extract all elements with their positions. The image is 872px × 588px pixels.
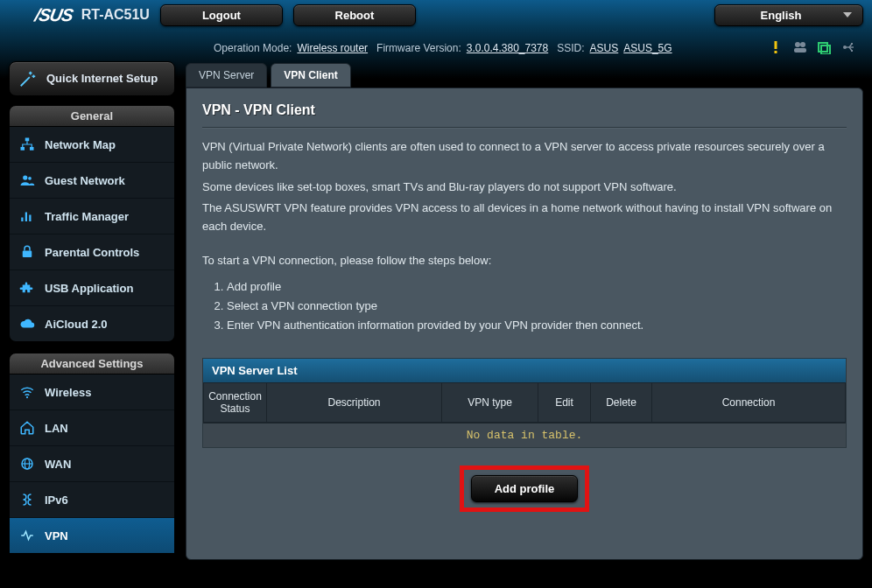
svg-point-3 bbox=[800, 42, 805, 47]
logout-button[interactable]: Logout bbox=[160, 4, 283, 26]
network-map-icon bbox=[18, 136, 36, 153]
menu-advanced: Wireless LAN WAN IPv6 VPN bbox=[9, 374, 175, 554]
svg-rect-12 bbox=[21, 147, 25, 150]
sidebar-item-label: Guest Network bbox=[45, 174, 125, 187]
desc-p3: The ASUSWRT VPN feature provides VPN acc… bbox=[202, 200, 847, 236]
home-icon bbox=[18, 419, 36, 437]
sidebar-item-label: USB Application bbox=[45, 282, 133, 295]
guest-network-icon bbox=[18, 172, 36, 189]
col-delete: Delete bbox=[591, 383, 652, 423]
language-select[interactable]: English bbox=[714, 4, 863, 26]
col-description: Description bbox=[267, 383, 442, 423]
col-connection-status: Connection Status bbox=[204, 383, 267, 423]
opmode-link[interactable]: Wireless router bbox=[297, 42, 368, 54]
divider bbox=[202, 127, 847, 128]
col-edit: Edit bbox=[538, 383, 591, 423]
step-item: Enter VPN authentication information pro… bbox=[227, 316, 847, 335]
tab-vpn-server[interactable]: VPN Server bbox=[186, 63, 267, 88]
quick-setup-label: Quick Internet Setup bbox=[46, 73, 158, 86]
desc-p1: VPN (Virtual Private Network) clients ar… bbox=[202, 138, 847, 175]
ssid-label: SSID: bbox=[557, 42, 584, 54]
steps-list: Add profile Select a VPN connection type… bbox=[227, 277, 847, 335]
reboot-button[interactable]: Reboot bbox=[293, 4, 416, 26]
section-advanced-title: Advanced Settings bbox=[9, 353, 175, 374]
cloud-icon bbox=[18, 315, 36, 332]
fw-label: Firmware Version: bbox=[376, 42, 461, 54]
status-bar: Operation Mode: Wireless router Firmware… bbox=[0, 30, 872, 60]
svg-rect-0 bbox=[775, 41, 777, 49]
usb-status-icon[interactable] bbox=[818, 40, 832, 54]
svg-point-2 bbox=[795, 42, 800, 47]
globe-icon bbox=[18, 455, 36, 472]
sidebar-item-label: Network Map bbox=[45, 138, 116, 151]
steps-intro: To start a VPN connection, please follow… bbox=[202, 254, 847, 267]
sidebar-item-lan[interactable]: LAN bbox=[10, 410, 174, 446]
highlight-box: Add profile bbox=[460, 466, 590, 512]
sidebar-item-vpn[interactable]: VPN bbox=[10, 518, 174, 553]
table-empty-message: No data in table. bbox=[203, 423, 846, 447]
add-profile-button[interactable]: Add profile bbox=[471, 475, 579, 502]
clients-icon[interactable] bbox=[793, 40, 807, 54]
description: VPN (Virtual Private Network) clients ar… bbox=[202, 138, 847, 236]
svg-rect-11 bbox=[25, 138, 30, 142]
brand-logo: /SUS bbox=[33, 5, 74, 25]
svg-rect-6 bbox=[821, 46, 830, 54]
vpn-server-list: VPN Server List Connection Status Descri… bbox=[202, 358, 847, 448]
sidebar-item-network-map[interactable]: Network Map bbox=[10, 127, 174, 163]
lock-icon bbox=[18, 243, 36, 261]
sidebar-item-label: VPN bbox=[45, 529, 68, 542]
svg-point-15 bbox=[28, 177, 32, 180]
alert-icon[interactable] bbox=[769, 40, 783, 54]
ssid-link-2[interactable]: ASUS_5G bbox=[623, 42, 672, 54]
wifi-icon bbox=[18, 383, 36, 401]
usb-icon[interactable] bbox=[842, 40, 856, 54]
sidebar-item-ipv6[interactable]: IPv6 bbox=[10, 482, 174, 518]
brand: /SUS RT-AC51U bbox=[35, 5, 150, 25]
ipv6-icon bbox=[18, 491, 36, 508]
sidebar-item-label: Wireless bbox=[45, 386, 91, 399]
sidebar-item-wan[interactable]: WAN bbox=[10, 446, 174, 482]
vpn-table: Connection Status Description VPN type E… bbox=[203, 382, 846, 423]
sidebar-item-aicloud[interactable]: AiCloud 2.0 bbox=[10, 306, 174, 341]
svg-rect-16 bbox=[23, 251, 32, 258]
col-vpn-type: VPN type bbox=[442, 383, 538, 423]
svg-point-14 bbox=[23, 175, 27, 179]
sidebar-item-label: IPv6 bbox=[45, 494, 68, 507]
puzzle-icon bbox=[18, 279, 36, 297]
quick-internet-setup-button[interactable]: Quick Internet Setup bbox=[9, 61, 175, 96]
sidebar-item-wireless[interactable]: Wireless bbox=[10, 374, 174, 410]
desc-p2: Some devices like set-top boxes, smart T… bbox=[202, 178, 847, 197]
sidebar-item-usb-application[interactable]: USB Application bbox=[10, 270, 174, 306]
sidebar-item-label: Traffic Manager bbox=[45, 210, 129, 223]
col-connection: Connection bbox=[652, 383, 846, 423]
tab-vpn-client[interactable]: VPN Client bbox=[271, 63, 350, 88]
vpn-icon bbox=[18, 527, 36, 544]
sidebar-item-label: LAN bbox=[45, 422, 68, 435]
tabs: VPN Server VPN Client bbox=[186, 63, 863, 88]
brand-model: RT-AC51U bbox=[81, 7, 150, 23]
wand-icon bbox=[18, 69, 38, 88]
sidebar-item-label: WAN bbox=[45, 458, 71, 471]
sidebar-item-traffic-manager[interactable]: Traffic Manager bbox=[10, 199, 174, 234]
menu-general: Network Map Guest Network Traffic Manage… bbox=[9, 127, 175, 342]
step-item: Add profile bbox=[227, 277, 847, 297]
sidebar-item-guest-network[interactable]: Guest Network bbox=[10, 163, 174, 199]
page-title: VPN - VPN Client bbox=[202, 102, 847, 118]
svg-rect-5 bbox=[819, 43, 827, 52]
step-item: Select a VPN connection type bbox=[227, 297, 847, 316]
ssid-link-1[interactable]: ASUS bbox=[590, 42, 619, 54]
svg-rect-13 bbox=[30, 147, 34, 150]
svg-rect-1 bbox=[775, 51, 777, 53]
traffic-manager-icon bbox=[18, 207, 36, 225]
svg-rect-4 bbox=[794, 48, 806, 52]
svg-point-17 bbox=[26, 396, 28, 398]
chevron-down-icon bbox=[843, 12, 852, 18]
sidebar-item-parental-controls[interactable]: Parental Controls bbox=[10, 234, 174, 270]
table-title: VPN Server List bbox=[203, 359, 846, 382]
opmode-label: Operation Mode: bbox=[214, 42, 292, 54]
sidebar-item-label: Parental Controls bbox=[45, 246, 139, 259]
language-label: English bbox=[761, 9, 802, 22]
sidebar-item-label: AiCloud 2.0 bbox=[45, 318, 108, 331]
section-general-title: General bbox=[9, 105, 175, 127]
fw-link[interactable]: 3.0.0.4.380_7378 bbox=[467, 42, 548, 54]
